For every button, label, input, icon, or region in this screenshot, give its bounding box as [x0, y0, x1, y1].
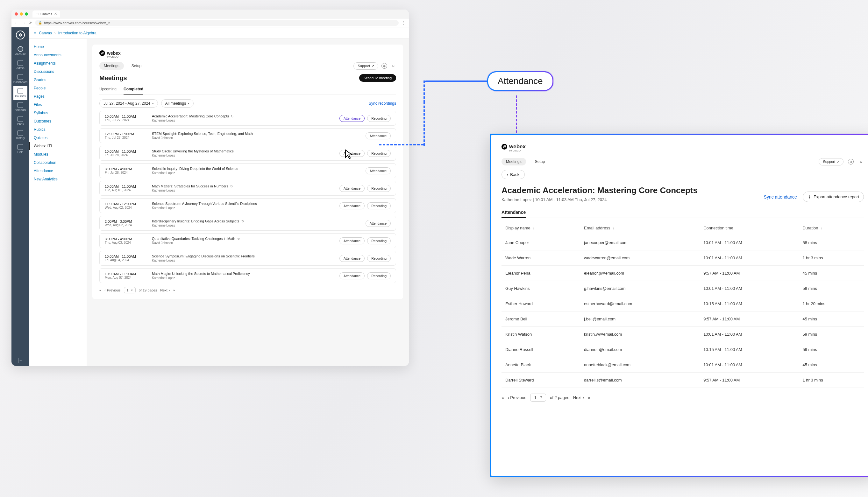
meeting-type-filter[interactable]: All meetings ▾: [161, 99, 194, 108]
course-nav-assignments[interactable]: Assignments: [29, 59, 87, 68]
col-dur-label: Duration: [802, 226, 818, 230]
recording-button[interactable]: Recording: [367, 185, 391, 192]
canvas-logo[interactable]: ✻: [16, 30, 25, 40]
rail-item-history[interactable]: History: [13, 128, 27, 142]
meeting-host: Katherine Lopez: [152, 224, 360, 227]
cell-name: Jerome Bell: [501, 312, 580, 327]
course-nav-discussions[interactable]: Discussions: [29, 68, 87, 76]
tab-meetings[interactable]: Meetings: [99, 62, 124, 70]
globe-icon[interactable]: ⊕: [848, 159, 854, 165]
browser-menu-icon[interactable]: ⋮: [402, 21, 406, 25]
recording-button[interactable]: Recording: [367, 272, 391, 279]
tab-close-icon[interactable]: ✕: [54, 12, 57, 16]
attendance-button[interactable]: Attendance: [340, 115, 364, 122]
rail-item-account[interactable]: Account: [13, 44, 27, 58]
tab-setup[interactable]: Setup: [531, 158, 549, 166]
course-nav-pages[interactable]: Pages: [29, 92, 87, 101]
schedule-meeting-button[interactable]: Schedule meeting: [359, 74, 396, 82]
recording-button[interactable]: Recording: [367, 237, 391, 244]
col-connection-time[interactable]: Connection time: [700, 221, 799, 235]
subtab-upcoming[interactable]: Upcoming: [99, 87, 116, 95]
attendance-button[interactable]: Attendance: [340, 202, 364, 209]
attendance-button[interactable]: Attendance: [340, 237, 364, 244]
inner-layout: HomeAnnouncementsAssignmentsDiscussionsG…: [29, 39, 409, 366]
tab-meetings[interactable]: Meetings: [501, 158, 526, 166]
attendance-button[interactable]: Attendance: [340, 150, 364, 157]
attendance-button[interactable]: Attendance: [340, 272, 364, 279]
course-nav-modules[interactable]: Modules: [29, 150, 87, 158]
support-label: Support: [823, 160, 835, 164]
attendance-tab[interactable]: Attendance: [501, 210, 526, 218]
url-input[interactable]: 🔒 https://www.canvas.com/courses/webex_l…: [35, 20, 399, 26]
pager-prev[interactable]: ‹ Previous: [508, 395, 526, 400]
pager-last-icon[interactable]: »: [588, 395, 590, 400]
meeting-title: Academic Acceleration: Mastering Core Co…: [152, 114, 229, 118]
recording-button[interactable]: Recording: [367, 115, 391, 122]
recording-button[interactable]: Recording: [367, 202, 391, 209]
pager-last-icon[interactable]: »: [173, 288, 175, 292]
recording-button[interactable]: Recording: [367, 255, 391, 262]
course-nav-new-analytics[interactable]: New Analytics: [29, 175, 87, 183]
rail-item-dashboard[interactable]: Dashboard: [13, 72, 27, 86]
course-nav-home[interactable]: Home: [29, 43, 87, 51]
pager-first-icon[interactable]: «: [501, 395, 504, 400]
close-window-icon[interactable]: [15, 12, 18, 16]
attendance-button[interactable]: Attendance: [366, 167, 391, 174]
sync-recordings-link[interactable]: Sync recordings: [369, 101, 396, 105]
collapse-rail-icon[interactable]: |←: [12, 354, 29, 366]
detail-title: Academic Acceleration: Mastering Core Co…: [501, 185, 698, 195]
forward-icon[interactable]: →: [22, 21, 26, 25]
back-button[interactable]: ‹ Back: [501, 170, 525, 179]
rail-item-calendar[interactable]: Calendar: [13, 100, 27, 114]
course-nav-attendance[interactable]: Attendance: [29, 167, 87, 175]
minimize-window-icon[interactable]: [20, 12, 23, 16]
reload-icon[interactable]: ⟳: [29, 21, 32, 25]
attendance-button[interactable]: Attendance: [340, 255, 364, 262]
course-nav-people[interactable]: People: [29, 84, 87, 92]
col-email[interactable]: Email address ↕: [580, 221, 700, 235]
export-attendance-button[interactable]: ⭳ Export attendance report: [803, 191, 864, 202]
pager-first-icon[interactable]: «: [99, 288, 101, 292]
refresh-icon[interactable]: ↻: [858, 159, 864, 165]
col-display-name[interactable]: Display name ↕: [501, 221, 580, 235]
col-duration[interactable]: Duration ↕: [799, 221, 864, 235]
sync-attendance-link[interactable]: Sync attendance: [764, 195, 797, 199]
course-nav-webex-lti[interactable]: Webex LTI: [29, 142, 87, 150]
course-nav-syllabus[interactable]: Syllabus: [29, 109, 87, 117]
pager-prev[interactable]: ‹ Previous: [105, 288, 120, 292]
course-nav-files[interactable]: Files: [29, 101, 87, 109]
rail-item-inbox[interactable]: Inbox: [13, 114, 27, 128]
date-range-filter[interactable]: Jul 27, 2024 - Aug 27, 2024 ▾: [99, 99, 158, 108]
rail-item-help[interactable]: Help: [13, 142, 27, 156]
attendance-button[interactable]: Attendance: [366, 132, 391, 139]
pager-next[interactable]: Next ›: [573, 395, 584, 400]
course-nav-outcomes[interactable]: Outcomes: [29, 117, 87, 125]
course-nav-grades[interactable]: Grades: [29, 76, 87, 84]
back-icon[interactable]: ←: [15, 21, 18, 25]
rail-item-admin[interactable]: Admin: [13, 58, 27, 72]
pager-next[interactable]: Next ›: [160, 288, 170, 292]
course-nav-rubics[interactable]: Rubics: [29, 125, 87, 133]
course-nav-announcements[interactable]: Announcements: [29, 51, 87, 59]
tab-setup[interactable]: Setup: [127, 62, 146, 70]
attendance-button[interactable]: Attendance: [366, 220, 391, 227]
globe-icon[interactable]: ⊕: [382, 63, 387, 69]
attendance-table: Display name ↕ Email address ↕ Connectio…: [501, 221, 864, 388]
subtab-completed[interactable]: Completed: [124, 87, 143, 95]
breadcrumb-root[interactable]: Canvas: [39, 31, 52, 35]
recording-button[interactable]: Recording: [367, 150, 391, 157]
support-button[interactable]: Support ↗: [819, 158, 843, 166]
hamburger-icon[interactable]: ≡: [34, 30, 36, 36]
course-nav-quizzes[interactable]: Quizzes: [29, 133, 87, 142]
attendance-button[interactable]: Attendance: [340, 185, 364, 192]
pager-page-select[interactable]: 1 ▾: [530, 394, 546, 401]
browser-tab[interactable]: ◻︎ Canvas ✕: [32, 11, 60, 17]
refresh-icon[interactable]: ↻: [390, 63, 396, 69]
breadcrumb-course[interactable]: Introduction to Algebra: [58, 31, 96, 35]
maximize-window-icon[interactable]: [25, 12, 28, 16]
rail-item-courses[interactable]: Courses: [13, 86, 27, 100]
course-nav-collaboration[interactable]: Collaboration: [29, 158, 87, 167]
chevron-down-icon: ▾: [188, 102, 190, 105]
support-button[interactable]: Support ↗: [354, 62, 378, 70]
pager-page-select[interactable]: 1 ▾: [124, 287, 136, 293]
